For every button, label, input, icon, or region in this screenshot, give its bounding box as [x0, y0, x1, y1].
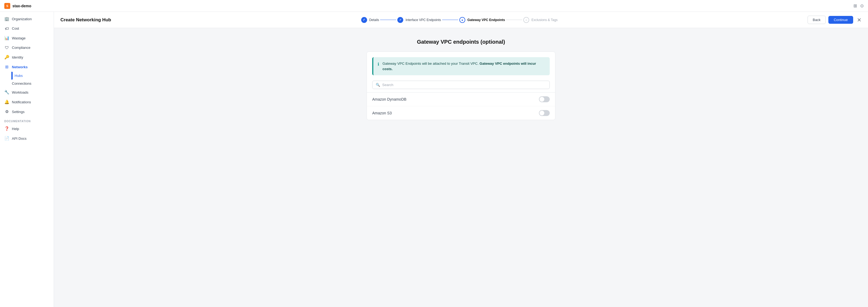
sidebar-item-hubs[interactable]: Hubs [11, 72, 54, 80]
connector-2 [442, 20, 458, 20]
api-docs-icon: 📄 [4, 136, 9, 141]
endpoint-list: Amazon DynamoDB Amazon S3 [367, 92, 555, 120]
toggle-s3[interactable] [539, 110, 550, 116]
wastage-icon: 📊 [4, 36, 9, 40]
sidebar-item-label: API Docs [12, 136, 26, 141]
content-area: Gateway VPC endpoints (optional) ℹ Gatew… [54, 28, 868, 307]
compliance-icon: 🛡 [4, 45, 9, 50]
sidebar-item-organization[interactable]: 🏢 Organization [0, 14, 54, 24]
app-logo: S [4, 3, 10, 9]
sidebar: 🏢 Organization 🏷 Cost 📊 Wastage 🛡 Compli… [0, 12, 54, 307]
sidebar-item-cost[interactable]: 🏷 Cost [0, 24, 54, 33]
layout: 🏢 Organization 🏷 Cost 📊 Wastage 🛡 Compli… [0, 12, 868, 307]
sidebar-item-connections[interactable]: Connections [12, 80, 54, 87]
sidebar-item-api-docs[interactable]: 📄 API Docs [0, 133, 54, 143]
main: Create Networking Hub ✓ Details ✓ Interf… [54, 12, 868, 307]
help-icon: ❓ [4, 126, 9, 131]
modal-actions: Back Continue ✕ [808, 16, 862, 24]
modal-title: Create Networking Hub [60, 17, 111, 23]
sidebar-item-label: Networks [12, 65, 28, 69]
cost-icon: 🏷 [4, 26, 9, 31]
topbar-actions: ⊞ ⊙ [854, 3, 864, 8]
sidebar-item-label: Help [12, 127, 19, 131]
modal-header: Create Networking Hub ✓ Details ✓ Interf… [54, 12, 868, 28]
search-bar: 🔍 [372, 81, 550, 89]
info-box: ℹ Gateway VPC Endpoints will be attached… [372, 57, 550, 75]
sidebar-item-label: Notifications [12, 100, 31, 104]
endpoint-row-s3: Amazon S3 [367, 106, 555, 120]
settings-icon: ⚙ [4, 109, 9, 114]
step-details-circle: ✓ [361, 17, 367, 23]
sidebar-item-label: Settings [12, 110, 25, 114]
step-interface-vpc-circle: ✓ [397, 17, 403, 23]
step-exclusions-tags-circle: ○ [523, 17, 529, 23]
info-icon: ℹ [378, 61, 379, 67]
identity-icon: 🔑 [4, 55, 9, 60]
sidebar-item-label: Workloads [12, 90, 28, 94]
sidebar-nav: 🏢 Organization 🏷 Cost 📊 Wastage 🛡 Compli… [0, 12, 54, 307]
sidebar-item-label: Compliance [12, 45, 30, 50]
sidebar-item-identity[interactable]: 🔑 Identity [0, 52, 54, 62]
sidebar-item-label: Organization [12, 17, 32, 21]
sidebar-item-label: Identity [12, 55, 23, 59]
endpoint-label-s3: Amazon S3 [372, 111, 392, 115]
close-button[interactable]: ✕ [857, 17, 862, 23]
hubs-label: Hubs [14, 74, 23, 78]
sidebar-item-wastage[interactable]: 📊 Wastage [0, 33, 54, 43]
continue-button[interactable]: Continue [828, 16, 853, 24]
workloads-icon: 🔧 [4, 90, 9, 95]
topbar: S stax-demo ⊞ ⊙ [0, 0, 868, 12]
sidebar-item-workloads[interactable]: 🔧 Workloads [0, 87, 54, 97]
step-interface-vpc: ✓ Interface VPC Endpoints [397, 17, 441, 23]
app-branding: S stax-demo [4, 3, 31, 9]
step-exclusions-tags: ○ Exclusions & Tags [523, 17, 558, 23]
organization-icon: 🏢 [4, 17, 9, 21]
networks-icon: ⊞ [4, 64, 9, 69]
endpoint-row-dynamodb: Amazon DynamoDB [367, 93, 555, 106]
gateway-vpc-card: ℹ Gateway VPC Endpoints will be attached… [367, 52, 555, 120]
connector-3 [506, 20, 522, 20]
app-title: stax-demo [12, 4, 31, 8]
step-interface-vpc-label: Interface VPC Endpoints [405, 18, 441, 22]
sidebar-item-help[interactable]: ❓ Help [0, 124, 54, 133]
step-details-label: Details [369, 18, 379, 22]
sidebar-item-label: Wastage [12, 36, 26, 40]
sidebar-item-networks[interactable]: ⊞ Networks [0, 62, 54, 72]
sidebar-item-compliance[interactable]: 🛡 Compliance [0, 43, 54, 52]
search-input[interactable] [382, 83, 546, 87]
networks-subnav: Hubs Connections [0, 72, 54, 87]
user-icon[interactable]: ⊙ [860, 3, 864, 8]
content-inner: Gateway VPC endpoints (optional) ℹ Gatew… [367, 39, 555, 296]
info-text: Gateway VPC Endpoints will be attached t… [382, 61, 546, 71]
grid-icon[interactable]: ⊞ [854, 3, 857, 8]
step-gateway-vpc: ● Gateway VPC Endpoints [459, 17, 505, 23]
step-exclusions-tags-label: Exclusions & Tags [531, 18, 558, 22]
step-details: ✓ Details [361, 17, 379, 23]
connections-label: Connections [12, 82, 31, 86]
search-icon: 🔍 [376, 83, 380, 87]
notifications-icon: 🔔 [4, 99, 9, 104]
sidebar-item-settings[interactable]: ⚙ Settings [0, 107, 54, 117]
endpoint-label-dynamodb: Amazon DynamoDB [372, 97, 406, 101]
back-button[interactable]: Back [808, 16, 826, 24]
sidebar-item-notifications[interactable]: 🔔 Notifications [0, 97, 54, 107]
toggle-dynamodb[interactable] [539, 96, 550, 102]
sidebar-item-label: Cost [12, 26, 19, 30]
documentation-section-label: DOCUMENTATION [0, 117, 54, 124]
stepper: ✓ Details ✓ Interface VPC Endpoints ● Ga… [361, 17, 558, 23]
step-gateway-vpc-circle: ● [459, 17, 465, 23]
page-title: Gateway VPC endpoints (optional) [367, 39, 555, 45]
connector-1 [380, 20, 396, 20]
step-gateway-vpc-label: Gateway VPC Endpoints [467, 18, 505, 22]
